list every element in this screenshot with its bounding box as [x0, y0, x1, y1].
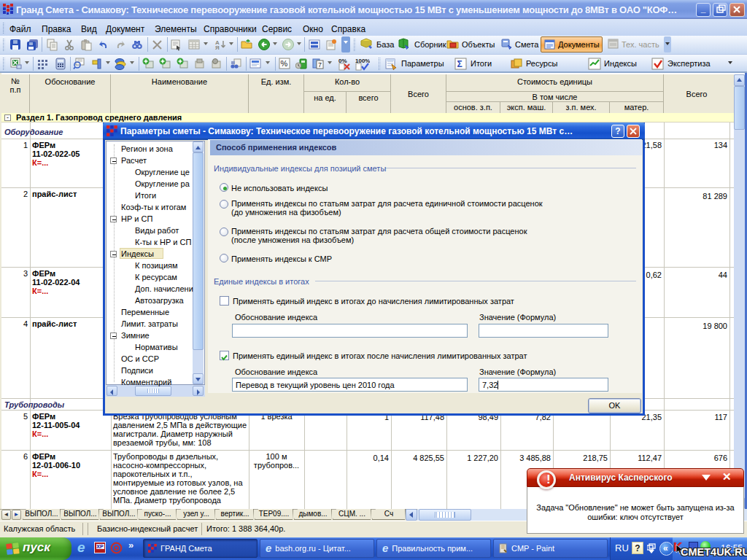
svg-text:Σ: Σ — [457, 59, 462, 69]
svg-text:7: 7 — [318, 61, 322, 69]
svg-text:%: % — [281, 59, 288, 68]
svg-text:Я: Я — [215, 44, 220, 51]
